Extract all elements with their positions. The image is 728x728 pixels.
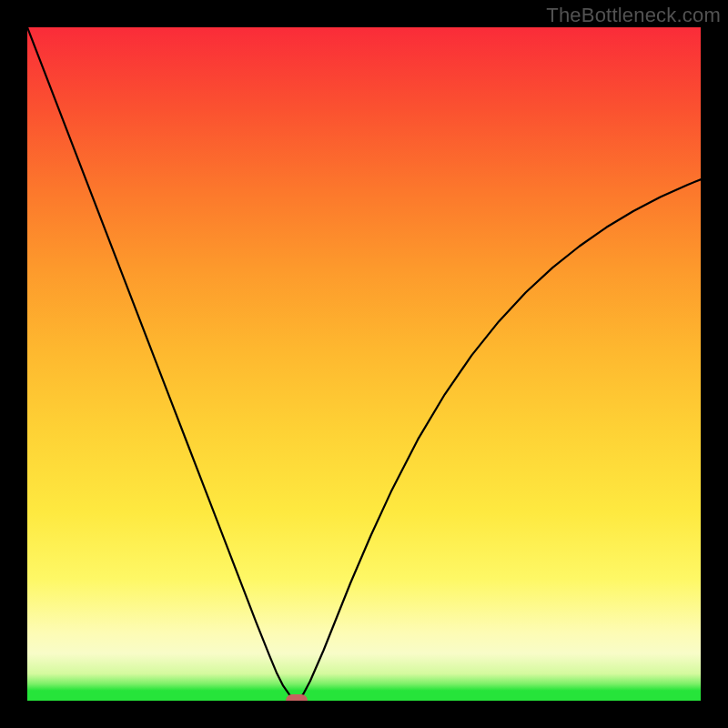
watermark-text: TheBottleneck.com bbox=[546, 4, 721, 27]
bottleneck-curve bbox=[27, 27, 701, 701]
optimal-marker bbox=[286, 694, 308, 701]
chart-frame: TheBottleneck.com bbox=[0, 0, 728, 728]
plot-area bbox=[27, 27, 701, 701]
